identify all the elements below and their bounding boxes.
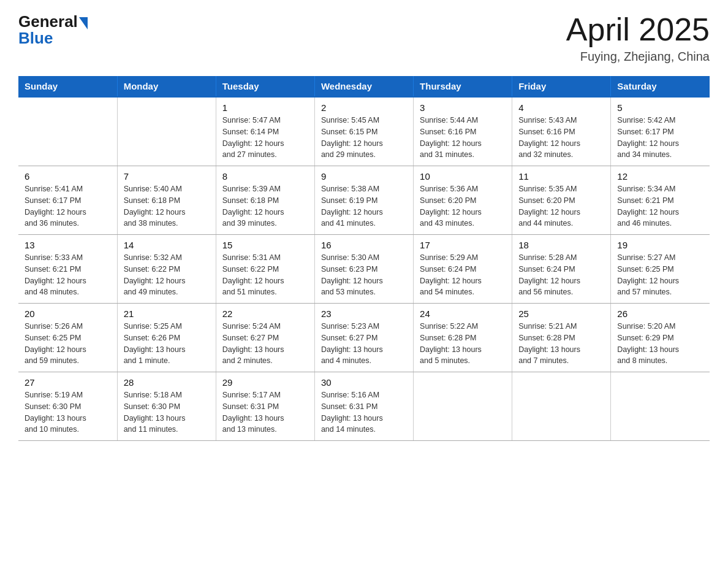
calendar-day-cell xyxy=(18,97,117,166)
calendar-day-cell: 11Sunrise: 5:35 AM Sunset: 6:20 PM Dayli… xyxy=(512,166,611,235)
calendar-day-cell: 14Sunrise: 5:32 AM Sunset: 6:22 PM Dayli… xyxy=(117,235,216,304)
day-info: Sunrise: 5:31 AM Sunset: 6:22 PM Dayligh… xyxy=(222,253,284,296)
calendar-week-row: 20Sunrise: 5:26 AM Sunset: 6:25 PM Dayli… xyxy=(18,304,710,372)
day-info: Sunrise: 5:23 AM Sunset: 6:27 PM Dayligh… xyxy=(321,322,383,365)
day-number: 19 xyxy=(617,240,703,250)
calendar-day-cell: 21Sunrise: 5:25 AM Sunset: 6:26 PM Dayli… xyxy=(117,304,216,372)
day-info: Sunrise: 5:36 AM Sunset: 6:20 PM Dayligh… xyxy=(420,185,482,228)
calendar-day-cell: 7Sunrise: 5:40 AM Sunset: 6:18 PM Daylig… xyxy=(117,166,216,235)
calendar-day-cell: 17Sunrise: 5:29 AM Sunset: 6:24 PM Dayli… xyxy=(414,235,512,304)
calendar-day-cell: 15Sunrise: 5:31 AM Sunset: 6:22 PM Dayli… xyxy=(216,235,314,304)
day-info: Sunrise: 5:42 AM Sunset: 6:17 PM Dayligh… xyxy=(617,116,679,159)
calendar-day-cell: 29Sunrise: 5:17 AM Sunset: 6:31 PM Dayli… xyxy=(216,372,314,441)
day-info: Sunrise: 5:43 AM Sunset: 6:16 PM Dayligh… xyxy=(518,116,580,159)
day-info: Sunrise: 5:19 AM Sunset: 6:30 PM Dayligh… xyxy=(25,391,86,434)
calendar-day-cell: 24Sunrise: 5:22 AM Sunset: 6:28 PM Dayli… xyxy=(414,304,512,372)
calendar-week-row: 27Sunrise: 5:19 AM Sunset: 6:30 PM Dayli… xyxy=(18,372,710,441)
calendar-day-cell: 10Sunrise: 5:36 AM Sunset: 6:20 PM Dayli… xyxy=(414,166,512,235)
calendar-day-cell xyxy=(512,372,611,441)
calendar-day-cell: 6Sunrise: 5:41 AM Sunset: 6:17 PM Daylig… xyxy=(18,166,117,235)
day-info: Sunrise: 5:21 AM Sunset: 6:28 PM Dayligh… xyxy=(518,322,580,365)
calendar-header-row: SundayMondayTuesdayWednesdayThursdayFrid… xyxy=(18,76,710,97)
calendar-day-cell xyxy=(117,97,216,166)
day-info: Sunrise: 5:47 AM Sunset: 6:14 PM Dayligh… xyxy=(222,116,284,159)
day-info: Sunrise: 5:20 AM Sunset: 6:29 PM Dayligh… xyxy=(617,322,679,365)
calendar-week-row: 6Sunrise: 5:41 AM Sunset: 6:17 PM Daylig… xyxy=(18,166,710,235)
day-info: Sunrise: 5:17 AM Sunset: 6:31 PM Dayligh… xyxy=(222,391,284,434)
calendar-day-cell: 28Sunrise: 5:18 AM Sunset: 6:30 PM Dayli… xyxy=(117,372,216,441)
day-number: 14 xyxy=(124,240,210,250)
day-info: Sunrise: 5:38 AM Sunset: 6:19 PM Dayligh… xyxy=(321,185,383,228)
calendar-day-cell: 27Sunrise: 5:19 AM Sunset: 6:30 PM Dayli… xyxy=(18,372,117,441)
page-header: General Blue April 2025 Fuying, Zhejiang… xyxy=(18,12,710,64)
day-of-week-header: Wednesday xyxy=(314,76,413,97)
day-number: 21 xyxy=(124,308,210,319)
day-info: Sunrise: 5:24 AM Sunset: 6:27 PM Dayligh… xyxy=(222,322,284,365)
location-text: Fuying, Zhejiang, China xyxy=(566,50,710,64)
month-year-title: April 2025 xyxy=(566,12,710,47)
day-number: 26 xyxy=(617,308,703,319)
calendar-day-cell: 25Sunrise: 5:21 AM Sunset: 6:28 PM Dayli… xyxy=(512,304,611,372)
day-number: 28 xyxy=(124,377,210,388)
day-number: 25 xyxy=(518,308,604,319)
calendar-day-cell: 4Sunrise: 5:43 AM Sunset: 6:16 PM Daylig… xyxy=(512,97,611,166)
day-of-week-header: Monday xyxy=(117,76,216,97)
day-number: 22 xyxy=(222,308,308,319)
day-info: Sunrise: 5:45 AM Sunset: 6:15 PM Dayligh… xyxy=(321,116,383,159)
day-info: Sunrise: 5:16 AM Sunset: 6:31 PM Dayligh… xyxy=(321,391,383,434)
day-info: Sunrise: 5:29 AM Sunset: 6:24 PM Dayligh… xyxy=(420,253,482,296)
title-block: April 2025 Fuying, Zhejiang, China xyxy=(566,12,710,64)
day-number: 7 xyxy=(124,171,210,182)
calendar-day-cell xyxy=(611,372,710,441)
day-info: Sunrise: 5:44 AM Sunset: 6:16 PM Dayligh… xyxy=(420,116,482,159)
day-number: 1 xyxy=(222,102,308,113)
day-number: 8 xyxy=(222,171,308,182)
day-info: Sunrise: 5:18 AM Sunset: 6:30 PM Dayligh… xyxy=(124,391,186,434)
calendar-day-cell: 5Sunrise: 5:42 AM Sunset: 6:17 PM Daylig… xyxy=(611,97,710,166)
calendar-day-cell: 18Sunrise: 5:28 AM Sunset: 6:24 PM Dayli… xyxy=(512,235,611,304)
day-number: 29 xyxy=(222,377,308,388)
day-info: Sunrise: 5:34 AM Sunset: 6:21 PM Dayligh… xyxy=(617,185,679,228)
calendar-day-cell: 8Sunrise: 5:39 AM Sunset: 6:18 PM Daylig… xyxy=(216,166,314,235)
day-info: Sunrise: 5:26 AM Sunset: 6:25 PM Dayligh… xyxy=(25,322,86,365)
calendar-table: SundayMondayTuesdayWednesdayThursdayFrid… xyxy=(18,76,710,441)
day-of-week-header: Tuesday xyxy=(216,76,314,97)
calendar-day-cell: 9Sunrise: 5:38 AM Sunset: 6:19 PM Daylig… xyxy=(314,166,413,235)
day-info: Sunrise: 5:41 AM Sunset: 6:17 PM Dayligh… xyxy=(25,185,86,228)
calendar-week-row: 13Sunrise: 5:33 AM Sunset: 6:21 PM Dayli… xyxy=(18,235,710,304)
logo-triangle-icon xyxy=(79,17,88,29)
day-info: Sunrise: 5:32 AM Sunset: 6:22 PM Dayligh… xyxy=(124,253,186,296)
calendar-day-cell: 1Sunrise: 5:47 AM Sunset: 6:14 PM Daylig… xyxy=(216,97,314,166)
day-info: Sunrise: 5:22 AM Sunset: 6:28 PM Dayligh… xyxy=(420,322,482,365)
calendar-day-cell: 16Sunrise: 5:30 AM Sunset: 6:23 PM Dayli… xyxy=(314,235,413,304)
day-info: Sunrise: 5:27 AM Sunset: 6:25 PM Dayligh… xyxy=(617,253,679,296)
day-info: Sunrise: 5:25 AM Sunset: 6:26 PM Dayligh… xyxy=(124,322,186,365)
calendar-day-cell: 2Sunrise: 5:45 AM Sunset: 6:15 PM Daylig… xyxy=(314,97,413,166)
day-info: Sunrise: 5:39 AM Sunset: 6:18 PM Dayligh… xyxy=(222,185,284,228)
calendar-day-cell: 12Sunrise: 5:34 AM Sunset: 6:21 PM Dayli… xyxy=(611,166,710,235)
day-number: 18 xyxy=(518,240,604,250)
day-of-week-header: Friday xyxy=(512,76,611,97)
day-info: Sunrise: 5:35 AM Sunset: 6:20 PM Dayligh… xyxy=(518,185,580,228)
day-number: 27 xyxy=(25,377,111,388)
calendar-day-cell xyxy=(414,372,512,441)
day-number: 24 xyxy=(420,308,506,319)
calendar-day-cell: 3Sunrise: 5:44 AM Sunset: 6:16 PM Daylig… xyxy=(414,97,512,166)
day-number: 11 xyxy=(518,171,604,182)
calendar-day-cell: 13Sunrise: 5:33 AM Sunset: 6:21 PM Dayli… xyxy=(18,235,117,304)
logo: General Blue xyxy=(18,12,88,48)
day-number: 2 xyxy=(321,102,407,113)
day-info: Sunrise: 5:40 AM Sunset: 6:18 PM Dayligh… xyxy=(124,185,186,228)
day-number: 17 xyxy=(420,240,506,250)
day-number: 9 xyxy=(321,171,407,182)
day-number: 6 xyxy=(25,171,111,182)
calendar-day-cell: 23Sunrise: 5:23 AM Sunset: 6:27 PM Dayli… xyxy=(314,304,413,372)
day-number: 12 xyxy=(617,171,703,182)
logo-blue-text: Blue xyxy=(18,29,53,48)
calendar-day-cell: 26Sunrise: 5:20 AM Sunset: 6:29 PM Dayli… xyxy=(611,304,710,372)
day-number: 20 xyxy=(25,308,111,319)
day-info: Sunrise: 5:33 AM Sunset: 6:21 PM Dayligh… xyxy=(25,253,86,296)
day-number: 3 xyxy=(420,102,506,113)
day-number: 5 xyxy=(617,102,703,113)
day-of-week-header: Sunday xyxy=(18,76,117,97)
